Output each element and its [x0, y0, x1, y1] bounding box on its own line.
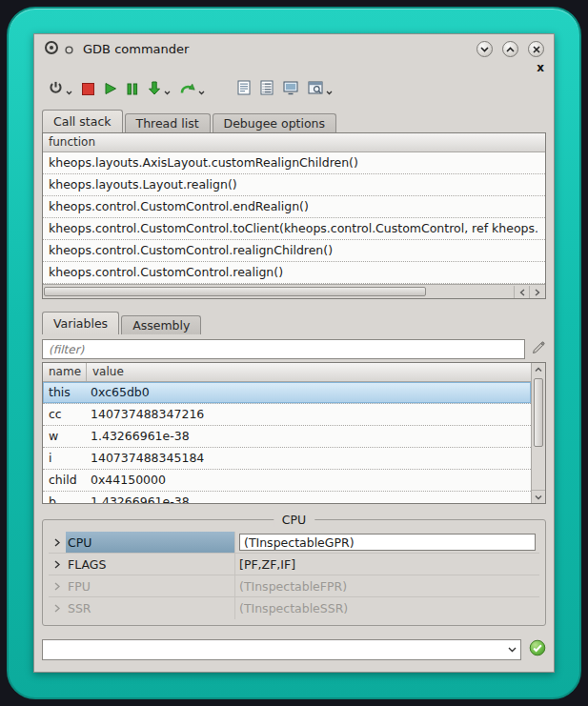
stop-icon: [82, 81, 94, 99]
cpu-row[interactable]: CPU (TInspectableGPR): [49, 532, 539, 554]
window-frame: GDB commander x: [7, 7, 581, 699]
chevron-down-icon[interactable]: [326, 81, 333, 99]
call-stack-row[interactable]: kheops.layouts.AxisLayout.customRealignC…: [43, 152, 545, 174]
call-stack-panel: function kheops.layouts.AxisLayout.custo…: [42, 132, 546, 299]
filter-row: [42, 339, 546, 359]
chevron-down-icon[interactable]: [66, 81, 72, 99]
maximize-button[interactable]: [502, 41, 518, 57]
vertical-scrollbar[interactable]: [531, 363, 545, 503]
chevron-down-icon[interactable]: [198, 81, 205, 99]
power-icon: [49, 80, 63, 99]
pin-icon[interactable]: [65, 40, 73, 58]
command-combobox[interactable]: [42, 639, 521, 660]
variable-row[interactable]: child 0x44150000: [43, 470, 531, 492]
command-input[interactable]: [43, 641, 503, 658]
middle-tabbar: Variables Assembly: [42, 311, 554, 334]
variable-row[interactable]: cc 140737488347216: [43, 404, 531, 426]
scroll-down-icon[interactable]: [532, 490, 545, 503]
ok-check-icon[interactable]: [529, 639, 546, 660]
variables-panel: name value this 0xc65db0 cc 140737488347…: [42, 362, 546, 504]
view-source-icon: [237, 80, 251, 99]
cpu-row[interactable]: SSR (TInspectableSSR): [49, 597, 539, 619]
variable-row[interactable]: this 0xc65db0: [43, 382, 531, 404]
call-list-button[interactable]: [259, 79, 274, 100]
column-header-value[interactable]: value: [87, 363, 531, 381]
call-stack-row[interactable]: kheops.control.CustomControl.endRealign(…: [43, 196, 545, 218]
scroll-left-icon[interactable]: [514, 286, 529, 298]
tab-debugee-options[interactable]: Debugee options: [213, 113, 337, 132]
scroll-right-icon[interactable]: [529, 286, 544, 298]
memory-view-button[interactable]: [282, 79, 299, 100]
expand-chevron-icon[interactable]: [49, 554, 66, 575]
variables-header-row: name value: [43, 363, 531, 382]
watch-window-icon: [308, 81, 323, 99]
expand-chevron-icon[interactable]: [49, 532, 66, 553]
run-button[interactable]: [103, 79, 118, 100]
gdb-commander-window: GDB commander x: [33, 33, 555, 673]
stop-button[interactable]: [81, 79, 95, 100]
app-icon: [44, 40, 59, 59]
call-stack-row[interactable]: kheops.layouts.Layout.realign(): [43, 174, 545, 196]
memory-view-icon: [283, 81, 298, 99]
step-over-button[interactable]: [179, 79, 206, 100]
dock-close-button[interactable]: x: [537, 63, 544, 72]
combo-dropdown-icon[interactable]: [503, 647, 520, 653]
watch-window-button[interactable]: [307, 79, 334, 100]
scroll-up-icon[interactable]: [532, 363, 545, 376]
cpu-value-editor[interactable]: (TInspectableGPR): [239, 534, 536, 551]
step-into-button[interactable]: [147, 79, 172, 100]
top-tabbar: Call stack Thread list Debugee options: [42, 109, 554, 132]
tab-assembly[interactable]: Assembly: [121, 315, 201, 334]
horizontal-scrollbar[interactable]: [43, 284, 545, 298]
pause-icon: [127, 81, 138, 99]
hscroll-buttons: [514, 286, 544, 298]
variable-row[interactable]: w 1.43266961e-38: [43, 426, 531, 448]
filter-icon[interactable]: [531, 340, 546, 359]
cpu-groupbox: CPU CPU (TInspectableGPR) FLAGS [PF,ZF,I…: [42, 519, 546, 626]
power-button[interactable]: [48, 79, 73, 100]
view-source-button[interactable]: [236, 79, 252, 100]
tab-thread-list[interactable]: Thread list: [125, 113, 211, 132]
step-over-icon: [180, 81, 195, 99]
call-stack-header-row: function: [43, 133, 545, 152]
close-button[interactable]: [528, 41, 544, 57]
column-header-name[interactable]: name: [43, 363, 87, 381]
filter-input[interactable]: [42, 339, 525, 359]
vscroll-thumb[interactable]: [534, 378, 543, 447]
expand-chevron-icon[interactable]: [49, 575, 66, 596]
step-into-icon: [148, 81, 161, 99]
call-stack-row[interactable]: kheops.control.CustomControl.realignChil…: [43, 240, 545, 262]
expand-chevron-icon[interactable]: [49, 597, 66, 619]
tab-variables[interactable]: Variables: [42, 312, 119, 334]
cpu-row[interactable]: FLAGS [PF,ZF,IF]: [49, 554, 539, 575]
call-list-icon: [260, 80, 274, 99]
run-icon: [104, 81, 117, 99]
variable-row[interactable]: i 140737488345184: [43, 448, 531, 470]
titlebar[interactable]: GDB commander: [34, 34, 554, 61]
variable-row[interactable]: b 1.43266961e-38: [43, 492, 531, 504]
call-stack-row[interactable]: kheops.control.CustomControl.toClient(kh…: [43, 218, 545, 240]
dock-header: x: [34, 61, 554, 74]
window-title: GDB commander: [83, 42, 189, 56]
debug-toolbar: [34, 74, 554, 105]
pause-button[interactable]: [126, 79, 139, 100]
column-header-function[interactable]: function: [43, 133, 101, 151]
cpu-groupbox-title: CPU: [274, 513, 314, 527]
minimize-button[interactable]: [476, 41, 493, 57]
chevron-down-icon[interactable]: [164, 81, 171, 99]
hscroll-thumb[interactable]: [44, 287, 426, 296]
desktop-background: GDB commander x: [0, 0, 588, 706]
call-stack-row[interactable]: kheops.control.CustomControl.realign(): [43, 262, 545, 284]
command-bar: [42, 639, 546, 660]
cpu-row[interactable]: FPU (TInspectableFPR): [49, 575, 539, 597]
tab-call-stack[interactable]: Call stack: [42, 110, 123, 132]
